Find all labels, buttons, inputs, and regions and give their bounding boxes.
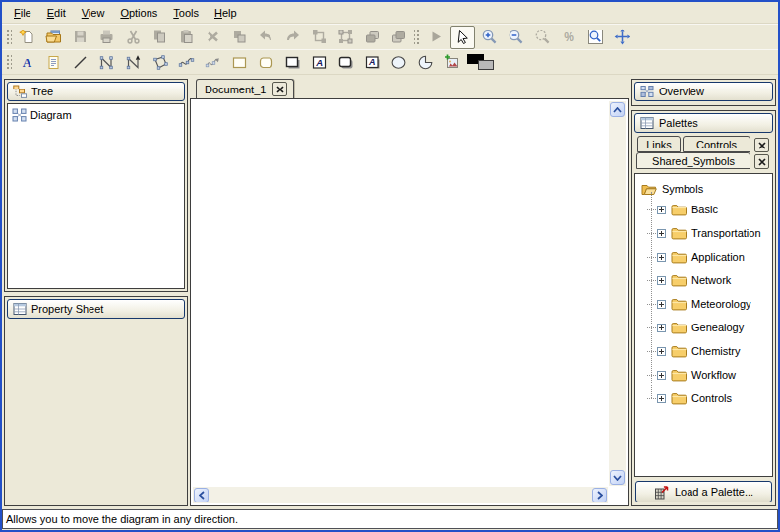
menu-help[interactable]: Help	[207, 4, 245, 22]
select-tool-button[interactable]	[450, 26, 475, 49]
print-button[interactable]	[94, 26, 119, 49]
text-label-tool-button[interactable]: A	[307, 50, 331, 74]
rich-text-tool-button[interactable]	[41, 50, 66, 74]
redo-button[interactable]	[280, 26, 305, 49]
palette-folder-basic[interactable]: Basic	[647, 198, 772, 221]
copy-button[interactable]	[148, 26, 172, 49]
expand-plus-icon[interactable]	[657, 276, 666, 285]
vertical-scrollbar[interactable]	[609, 101, 626, 486]
open-button[interactable]	[41, 26, 66, 49]
pan-tool-button[interactable]	[610, 26, 634, 49]
duplicate-icon	[231, 29, 248, 45]
palette-tab-links[interactable]: Links	[637, 136, 681, 152]
palette-tab-close-button[interactable]	[754, 154, 769, 169]
ungroup-button[interactable]	[333, 26, 358, 49]
filled-rounded-rectangle-tool-button[interactable]	[333, 50, 358, 74]
expand-plus-icon[interactable]	[657, 324, 666, 332]
text-tool-button[interactable]: A	[15, 50, 39, 74]
document-tab[interactable]: Document_1	[196, 79, 294, 98]
palette-folder-workflow[interactable]: Workflow	[647, 363, 772, 386]
polygon-tool-button[interactable]	[148, 50, 172, 74]
palette-folder-genealogy[interactable]: Genealogy	[647, 316, 772, 339]
arc-tool-button[interactable]	[413, 50, 438, 74]
paste-button[interactable]	[174, 26, 199, 49]
scroll-up-button[interactable]	[610, 102, 625, 117]
tree-item-label: Diagram	[30, 109, 72, 121]
fit-to-window-button[interactable]	[583, 26, 608, 49]
run-button[interactable]	[424, 26, 449, 49]
scroll-right-button[interactable]	[592, 488, 607, 502]
tree-item-diagram[interactable]: Diagram	[8, 104, 184, 122]
ellipse-tool-button[interactable]	[387, 50, 411, 74]
cut-button[interactable]	[121, 26, 146, 49]
menu-file[interactable]: File	[6, 4, 39, 22]
palette-folder-application[interactable]: Application	[647, 245, 772, 268]
toolbar-grip[interactable]	[5, 29, 12, 46]
horizontal-scrollbar[interactable]	[193, 487, 608, 503]
arc-icon	[417, 54, 434, 71]
curve-arrow-icon	[205, 54, 221, 71]
toolbar-grip[interactable]	[5, 53, 12, 71]
expand-plus-icon[interactable]	[657, 229, 666, 238]
load-palette-button[interactable]: Load a Palette...	[635, 481, 772, 502]
zoom-percent-button[interactable]: %	[557, 26, 581, 49]
menu-options[interactable]: Options	[112, 4, 165, 22]
menu-edit[interactable]: Edit	[39, 4, 74, 22]
property-sheet-header[interactable]: Property Sheet	[7, 299, 185, 319]
palette-folder-meteorology[interactable]: Meteorology	[647, 292, 772, 316]
scroll-down-button[interactable]	[610, 470, 625, 485]
polyline-tool-button[interactable]	[94, 50, 119, 74]
palette-folder-controls[interactable]: Controls	[647, 386, 772, 410]
background-color-swatch[interactable]	[478, 60, 494, 70]
palette-tab-controls[interactable]: Controls	[683, 136, 750, 152]
filled-rectangle-tool-button[interactable]	[280, 50, 305, 74]
expand-plus-icon[interactable]	[657, 371, 666, 380]
new-document-button[interactable]	[15, 26, 39, 49]
zoom-area-button[interactable]	[530, 26, 555, 49]
zoom-in-button[interactable]	[477, 26, 502, 49]
diagram-canvas[interactable]	[190, 98, 629, 506]
menu-view[interactable]: View	[74, 4, 113, 22]
palette-folder-chemistry[interactable]: Chemistry	[647, 339, 772, 363]
palette-tree[interactable]: Symbols Basic Transportation Application…	[634, 173, 773, 477]
tree-panel-header[interactable]: Tree	[7, 82, 185, 101]
bring-to-front-button[interactable]	[360, 26, 385, 49]
undo-button[interactable]	[254, 26, 278, 49]
property-sheet-panel: Property Sheet	[4, 296, 188, 506]
group-button[interactable]	[307, 26, 331, 49]
overview-header[interactable]: Overview	[634, 82, 773, 101]
palette-tab-close-button[interactable]	[754, 138, 769, 152]
scroll-left-button[interactable]	[194, 488, 209, 502]
zoom-out-icon	[508, 29, 524, 45]
palette-folder-transportation[interactable]: Transportation	[647, 221, 772, 245]
menu-tools[interactable]: Tools	[165, 4, 207, 22]
expand-plus-icon[interactable]	[657, 347, 666, 356]
zoom-out-button[interactable]	[504, 26, 528, 49]
rounded-rectangle-tool-button[interactable]	[254, 50, 278, 74]
color-selector[interactable]	[467, 54, 497, 71]
palette-tree-root[interactable]: Symbols	[635, 174, 772, 198]
rounded-text-label-tool-button[interactable]: A	[360, 50, 385, 74]
document-tab-close-button[interactable]	[272, 82, 287, 96]
delete-button[interactable]	[201, 26, 225, 49]
curve-tool-button[interactable]	[174, 50, 199, 74]
palette-folder-network[interactable]: Network	[647, 268, 772, 292]
tree-content[interactable]: Diagram	[7, 103, 185, 289]
expand-plus-icon[interactable]	[657, 253, 666, 262]
bring-to-front-icon	[364, 29, 381, 45]
rectangle-tool-button[interactable]	[227, 50, 252, 74]
duplicate-button[interactable]	[227, 26, 252, 49]
expand-plus-icon[interactable]	[657, 394, 666, 403]
palettes-header[interactable]: Palettes	[634, 113, 773, 133]
polyline-arrow-tool-button[interactable]	[121, 50, 146, 74]
overview-panel: Overview	[631, 79, 776, 106]
palette-tab-shared-symbols[interactable]: Shared_Symbols	[636, 152, 750, 169]
curve-arrow-tool-button[interactable]	[201, 50, 225, 74]
save-button[interactable]	[68, 26, 92, 49]
expand-plus-icon[interactable]	[657, 300, 666, 309]
expand-plus-icon[interactable]	[657, 206, 666, 214]
line-tool-button[interactable]	[68, 50, 92, 74]
send-to-back-button[interactable]	[387, 26, 411, 49]
filled-rounded-rectangle-icon	[337, 54, 354, 71]
insert-image-tool-button[interactable]	[440, 50, 464, 74]
